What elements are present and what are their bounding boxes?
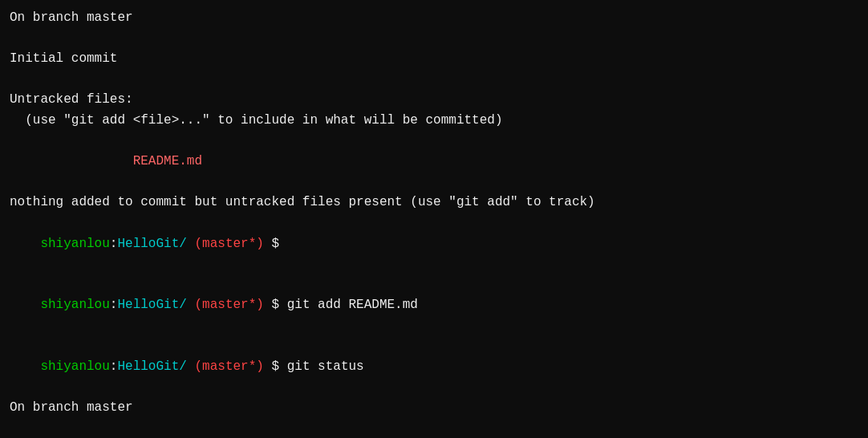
line-7: [10, 132, 858, 152]
line-3: Initial commit: [10, 49, 858, 70]
prompt-branch-3: (master*): [194, 359, 263, 374]
line-9: [10, 172, 858, 193]
prompt-dir-3: HelloGit/: [117, 359, 186, 374]
line-5: Untracked files:: [10, 90, 858, 111]
prompt-user-1: shiyanlou: [40, 237, 109, 251]
blank-line-a: [10, 419, 858, 438]
prompt-branch-1: (master*): [194, 237, 263, 251]
prompt-user-3: shiyanlou: [40, 359, 109, 374]
terminal-window: On branch master Initial commit Untracke…: [0, 0, 868, 438]
prompt-dir-2: HelloGit/: [117, 298, 186, 312]
line-on-branch-2: On branch master: [10, 398, 858, 419]
prompt-line-1[interactable]: shiyanlou:HelloGit/ (master*) $: [10, 213, 858, 275]
line-10: nothing added to commit but untracked fi…: [10, 193, 858, 213]
line-8: README.md: [10, 152, 858, 172]
prompt-dir-1: HelloGit/: [117, 237, 186, 251]
line-1: On branch master: [10, 8, 858, 29]
prompt-user-2: shiyanlou: [40, 298, 109, 312]
prompt-line-2[interactable]: shiyanlou:HelloGit/ (master*) $ git add …: [10, 275, 858, 337]
prompt-line-3[interactable]: shiyanlou:HelloGit/ (master*) $ git stat…: [10, 337, 858, 399]
line-6: (use "git add <file>..." to include in w…: [10, 111, 858, 132]
readme-untracked: README.md: [10, 154, 202, 168]
prompt-branch-2: (master*): [194, 298, 263, 312]
line-2: [10, 29, 858, 50]
line-4: [10, 70, 858, 91]
